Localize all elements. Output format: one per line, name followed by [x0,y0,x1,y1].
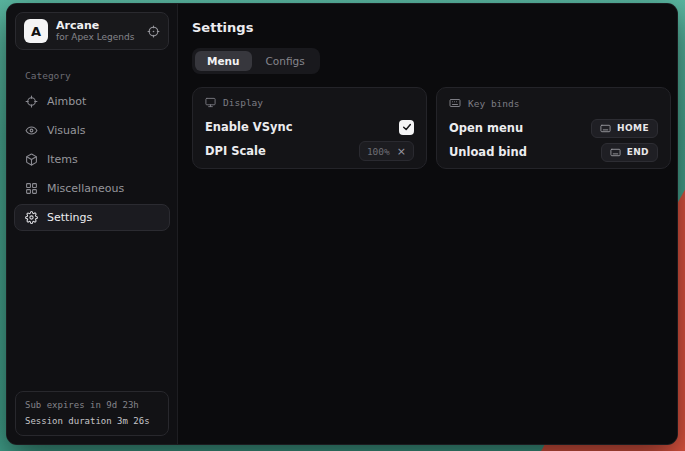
sidebar-nav: Aimbot Visuals Items Miscellaneous [7,88,177,231]
open-menu-bind-button[interactable]: HOME [591,119,658,138]
display-card: Display Enable VSync DPI Scale 100% × [192,87,427,169]
keybinds-card-header: Key binds [449,97,658,109]
sidebar-item-label: Items [47,153,78,166]
app-logo-letter: A [31,24,41,39]
check-icon [402,122,412,132]
unload-bind-button[interactable]: END [601,143,658,162]
page-title: Settings [192,20,671,35]
keyboard-icon [610,147,621,158]
box-icon [25,153,38,166]
sidebar-item-aimbot[interactable]: Aimbot [14,88,170,115]
sidebar-item-items[interactable]: Items [14,146,170,173]
category-label: Category [25,70,177,81]
monitor-icon [205,97,216,108]
vsync-label: Enable VSync [205,120,292,134]
keybinds-card-title: Key binds [468,98,519,109]
dpi-clear-button[interactable]: × [397,146,406,157]
dpi-scale-value: 100% [367,146,390,157]
sub-expiry-text: Sub expires in 9d 23h [25,398,159,413]
dpi-scale-row: DPI Scale 100% × [205,139,414,163]
eye-icon [25,124,38,137]
sidebar-item-label: Aimbot [47,95,86,108]
keyboard-icon [600,123,611,134]
crosshair-icon [25,95,38,108]
tab-configs[interactable]: Configs [254,51,317,71]
logo-card: A Arcane for Apex Legends [15,12,169,50]
session-duration-text: Session duration 3m 26s [25,414,159,429]
app-window: A Arcane for Apex Legends Category Aimbo… [7,4,677,444]
keyboard-icon [449,97,461,109]
sidebar-item-label: Settings [47,211,92,224]
sidebar-item-label: Miscellaneous [47,182,124,195]
tab-menu[interactable]: Menu [195,51,252,71]
sidebar-item-visuals[interactable]: Visuals [14,117,170,144]
sidebar-item-miscellaneous[interactable]: Miscellaneous [14,175,170,202]
display-card-title: Display [223,97,263,108]
sidebar: A Arcane for Apex Legends Category Aimbo… [7,4,178,444]
target-icon[interactable] [147,25,160,38]
keybinds-card: Key binds Open menu HOME Unload bind [436,87,671,169]
dpi-scale-input[interactable]: 100% × [359,141,414,161]
sidebar-item-settings[interactable]: Settings [14,204,170,231]
app-title: Arcane [56,19,139,33]
app-titles: Arcane for Apex Legends [56,19,139,44]
grid-icon [25,182,38,195]
sidebar-item-label: Visuals [47,124,86,137]
dpi-scale-label: DPI Scale [205,144,266,158]
open-menu-row: Open menu HOME [449,116,658,140]
gear-icon [25,211,38,224]
main-panel: Settings Menu Configs Display Enable VSy… [178,4,677,444]
sidebar-spacer [7,231,177,383]
open-menu-key: HOME [617,123,649,133]
vsync-row: Enable VSync [205,115,414,139]
open-menu-label: Open menu [449,121,523,135]
settings-cards: Display Enable VSync DPI Scale 100% × [192,87,671,169]
display-card-header: Display [205,97,414,108]
unload-bind-label: Unload bind [449,145,527,159]
tab-bar: Menu Configs [192,48,320,74]
unload-bind-key: END [627,147,649,157]
app-logo: A [24,19,48,43]
app-subtitle: for Apex Legends [56,32,139,43]
subscription-status-card: Sub expires in 9d 23h Session duration 3… [15,391,169,436]
vsync-checkbox[interactable] [399,120,414,135]
unload-bind-row: Unload bind END [449,140,658,164]
